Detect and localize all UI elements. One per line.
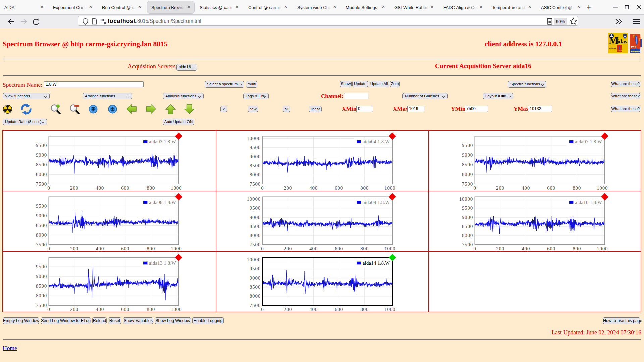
svg-text:90%: 90% [556,19,565,24]
svg-text:8000: 8000 [36,232,47,238]
svg-text:0: 0 [47,185,50,191]
svg-text:400: 400 [309,185,318,191]
svg-text:aida08 1.8.W: aida08 1.8.W [149,200,176,205]
svg-text:10000: 10000 [247,136,261,141]
svg-text:200: 200 [70,246,78,251]
svg-text:9500: 9500 [36,264,47,269]
svg-text:400: 400 [522,246,530,251]
svg-text:0: 0 [261,185,264,191]
svg-text:200: 200 [284,185,292,191]
svg-text:TCL: TCL [631,46,637,49]
svg-text:400: 400 [96,307,104,312]
svg-text:400: 400 [309,246,318,251]
svg-text:8500: 8500 [462,162,473,167]
svg-text:10000: 10000 [459,196,473,202]
svg-text:9500: 9500 [36,203,47,209]
svg-text:800: 800 [147,246,155,251]
svg-text:8000: 8000 [36,293,47,298]
svg-text:800: 800 [147,307,155,312]
svg-text:9000: 9000 [249,275,260,281]
svg-text:1000: 1000 [384,246,395,251]
svg-text:7500: 7500 [249,303,260,308]
svg-text:10000: 10000 [247,196,261,202]
svg-text:9000: 9000 [36,213,47,218]
svg-text:8000: 8000 [462,172,473,177]
svg-text:200: 200 [70,185,78,191]
svg-text:idas: idas [617,38,627,45]
svg-text:7500: 7500 [462,181,473,187]
svg-text:8500: 8500 [462,224,473,229]
svg-text:7500: 7500 [36,303,47,308]
svg-text:aida03 1.8.W: aida03 1.8.W [149,139,176,144]
svg-text:200: 200 [284,307,292,312]
svg-text:POWERED: POWERED [631,50,640,53]
svg-text:8000: 8000 [249,172,260,177]
svg-text:9000: 9000 [249,215,260,220]
svg-text:0: 0 [473,246,476,251]
svg-text:400: 400 [309,307,318,312]
svg-text:aida04 1.8.W: aida04 1.8.W [363,139,390,144]
svg-text:600: 600 [335,246,343,251]
svg-text:9000: 9000 [36,274,47,279]
svg-text:400: 400 [522,185,530,191]
svg-text:9000: 9000 [462,215,473,220]
svg-text:800: 800 [573,246,581,251]
svg-text:8000: 8000 [36,172,47,177]
svg-text:0: 0 [47,307,50,312]
svg-text:aida10 1.8.W: aida10 1.8.W [575,200,602,205]
svg-text:aida07 1.8.W: aida07 1.8.W [575,139,602,144]
svg-text:800: 800 [573,185,581,191]
svg-text:1000: 1000 [171,185,182,191]
svg-text:8500: 8500 [36,283,47,289]
svg-text:7500: 7500 [36,242,47,247]
svg-text:8000: 8000 [462,233,473,238]
svg-text:8500: 8500 [249,224,260,229]
svg-text:8000: 8000 [249,293,260,299]
svg-text:9500: 9500 [249,145,260,150]
svg-text:aida14 1.8.W: aida14 1.8.W [363,260,390,266]
svg-text:7500: 7500 [462,242,473,247]
svg-text:800: 800 [360,246,369,251]
svg-text:0: 0 [261,246,264,251]
svg-text:200: 200 [496,246,504,251]
svg-text:8500: 8500 [36,223,47,228]
svg-text:8000: 8000 [249,233,260,238]
svg-text:7500: 7500 [36,181,47,187]
svg-text:800: 800 [360,185,369,191]
svg-text:800: 800 [147,185,155,191]
svg-text:9500: 9500 [249,266,260,272]
svg-text:600: 600 [547,185,555,191]
svg-text:600: 600 [547,246,555,251]
svg-text:9500: 9500 [36,143,47,148]
svg-text:600: 600 [121,307,129,312]
svg-text:aida09 1.8.W: aida09 1.8.W [363,200,390,205]
svg-text:10000: 10000 [247,257,261,262]
svg-text:1000: 1000 [597,185,608,191]
svg-text:600: 600 [121,185,129,191]
svg-text:9000: 9000 [36,152,47,158]
svg-text:1000: 1000 [597,246,608,251]
svg-text:TCL/TK: TCL/TK [618,50,622,52]
svg-text:8500: 8500 [36,162,47,167]
svg-text:0: 0 [47,246,50,251]
svg-text:600: 600 [335,307,343,312]
svg-text:200: 200 [70,307,78,312]
svg-text:9000: 9000 [249,154,260,159]
svg-text:9500: 9500 [462,143,473,148]
svg-text:1000: 1000 [384,185,395,191]
svg-text:400: 400 [96,246,104,251]
svg-text:200: 200 [284,246,292,251]
svg-text:8500: 8500 [249,163,260,168]
svg-text:1000: 1000 [171,307,182,312]
svg-text:600: 600 [335,185,343,191]
svg-text:7500: 7500 [249,242,260,247]
svg-text:9500: 9500 [249,205,260,211]
svg-text:8500: 8500 [249,284,260,290]
svg-text:600: 600 [121,246,129,251]
svg-text:aida13 1.8.W: aida13 1.8.W [149,260,176,266]
svg-text:7500: 7500 [249,181,260,187]
svg-text:1000: 1000 [384,307,395,312]
svg-text:1000: 1000 [171,246,182,251]
svg-text:400: 400 [96,185,104,191]
svg-text:800: 800 [360,307,369,312]
